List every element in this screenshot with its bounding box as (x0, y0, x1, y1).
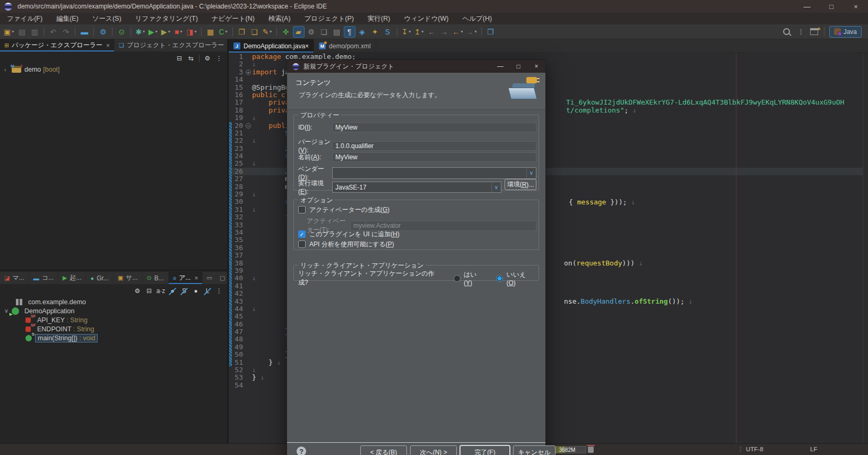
dropdown-arrow-icon[interactable]: ▾ (194, 29, 196, 34)
close-icon[interactable]: × (305, 42, 309, 50)
dropdown-arrow-icon[interactable]: ▾ (12, 29, 14, 34)
new-plugin-project-icon[interactable]: ▦ (205, 26, 216, 38)
exec-env-combo[interactable]: JavaSE-17 ∨ (332, 182, 501, 193)
dropdown-arrow-icon[interactable]: ▾ (143, 29, 145, 34)
debug-icon[interactable]: ✱▾ (134, 26, 146, 38)
bottom-view-tab-2[interactable]: ▶起... (58, 272, 86, 284)
dialog-maximize-button[interactable]: □ (509, 60, 527, 73)
collapse-all-icon[interactable]: ⊟ (144, 286, 154, 296)
dropdown-arrow-icon[interactable]: ▾ (155, 29, 158, 34)
open-type-icon[interactable]: ❐ (236, 26, 248, 38)
link-with-editor-icon[interactable]: ⇆ (186, 53, 196, 64)
generate-activator-checkbox[interactable] (298, 206, 306, 213)
external-tools-icon[interactable]: ⚙ (306, 26, 317, 38)
garbage-collect-icon[interactable] (588, 447, 594, 453)
back-button[interactable]: < 戻る(B) (360, 445, 407, 455)
outline-item-com-example-demo[interactable]: com.example.demo (0, 297, 227, 306)
minimize-view-icon[interactable]: ▭ (203, 274, 215, 281)
dropdown-arrow-icon[interactable]: ▾ (168, 29, 170, 34)
mark-occurrences-icon[interactable]: ✎▾ (262, 26, 273, 38)
show-whitespace-icon[interactable]: ¶ (344, 26, 355, 38)
menu-item-8[interactable]: ウィンドウ(W) (397, 13, 455, 24)
undo-icon[interactable]: ↶ (47, 26, 59, 38)
version-field[interactable]: 1.0.0.qualifier (332, 141, 536, 151)
bottom-view-tab-3[interactable]: ●Gr... (86, 272, 113, 284)
open-console-icon[interactable]: ▬ (79, 26, 90, 38)
vendor-combo[interactable]: ∨ (332, 167, 536, 179)
dropdown-arrow-icon[interactable]: ▾ (421, 29, 423, 34)
api-analysis-checkbox[interactable] (298, 241, 306, 248)
rcp-yes-radio[interactable] (454, 275, 461, 282)
help-button[interactable]: ? (297, 447, 306, 455)
close-icon[interactable]: × (106, 42, 110, 49)
highlight-icon[interactable]: ▰ (293, 26, 305, 38)
dropdown-arrow-icon[interactable]: ▾ (270, 29, 272, 34)
view-menu-icon[interactable]: ⋮ (214, 53, 224, 64)
next-annotation-icon[interactable]: ❏ (318, 26, 330, 38)
hide-local-types-icon[interactable]: L (202, 286, 213, 296)
java-perspective-button[interactable]: Java (829, 26, 862, 38)
window-close-button[interactable]: × (844, 0, 868, 13)
hide-non-public-icon[interactable]: ● (190, 286, 201, 296)
dialog-close-button[interactable]: × (527, 60, 545, 73)
dropdown-arrow-icon[interactable]: ▾ (461, 29, 463, 34)
new-s-class-icon[interactable]: S (382, 26, 394, 38)
ui-contribution-checkbox[interactable]: ✓ (298, 230, 306, 238)
fold-toggle-icon[interactable]: + (245, 68, 252, 76)
new-class-icon[interactable]: C▾ (218, 26, 229, 38)
forward-history-icon[interactable]: →▾ (465, 26, 478, 38)
editor-tab-0[interactable]: JDemoApplication.java × (229, 39, 314, 53)
overview-ruler[interactable] (863, 53, 868, 443)
chevron-down-icon[interactable]: ∨ (491, 182, 501, 192)
toolbar-overflow-icon[interactable]: ⋮ (796, 27, 806, 37)
menu-item-9[interactable]: ヘルプ(H) (455, 13, 499, 24)
view-menu-icon[interactable]: ⋮ (214, 286, 224, 296)
finish-button[interactable]: 完了(F) (460, 445, 510, 455)
menu-item-7[interactable]: 実行(R) (361, 13, 397, 24)
chevron-down-icon[interactable]: ∨ (526, 168, 536, 178)
dropdown-arrow-icon[interactable]: ▾ (475, 29, 477, 34)
run-icon[interactable]: ▶▾ (147, 26, 159, 38)
editor-tab-1[interactable]: Mdemo/pom.xml (314, 39, 376, 53)
window-minimize-button[interactable]: — (795, 0, 819, 13)
profile-icon[interactable]: ▶▾ (160, 26, 171, 38)
dialog-minimize-button[interactable]: — (491, 60, 509, 73)
save-icon[interactable]: ▤ (16, 26, 28, 38)
outline-item-main-string-[interactable]: main(String[]) : void (0, 333, 227, 342)
add-import-icon[interactable]: ↧▾ (401, 26, 412, 38)
bottom-view-tab-6[interactable]: ≡ア...× (169, 272, 203, 284)
dropdown-arrow-icon[interactable]: ▾ (225, 29, 228, 34)
package-explorer-tab-1[interactable]: ❏プロジェクト・エクスプローラー (115, 39, 229, 51)
sort-icon[interactable]: a·z (155, 286, 166, 296)
menu-item-5[interactable]: 検索(A) (262, 13, 298, 24)
new-wizard-icon[interactable]: ▣▾ (3, 26, 15, 38)
boot-dashboard-icon[interactable]: ⊙ (116, 26, 127, 38)
collapse-all-icon[interactable]: ⊟ (174, 53, 185, 64)
save-all-icon[interactable]: ▥ (29, 26, 40, 38)
focus-icon[interactable]: ⚙ (202, 53, 213, 64)
id-field[interactable]: MyView (332, 123, 536, 132)
statusbar-overflow-icon[interactable]: ⋮ (737, 445, 744, 453)
name-field[interactable]: MyView (332, 152, 536, 162)
previous-annotation-icon[interactable]: ▤ (331, 26, 343, 38)
window-maximize-button[interactable]: □ (819, 0, 844, 13)
menu-item-6[interactable]: プロジェクト(P) (298, 13, 361, 24)
relaunch-icon[interactable]: ◨▾ (185, 26, 197, 38)
environments-button[interactable]: 環境(R)... (505, 179, 536, 190)
rcp-no-radio[interactable] (496, 275, 503, 282)
hide-fields-icon[interactable]: ● (167, 286, 178, 296)
package-explorer-tab-0[interactable]: ⊞パッケージ・エクスプローラー× (0, 39, 115, 51)
bottom-view-tab-5[interactable]: ⊙B... (143, 272, 169, 284)
fold-toggle-icon[interactable]: − (245, 122, 252, 130)
tree-item-demo-project[interactable]: › MJ demo [boot] (0, 65, 227, 74)
menu-item-2[interactable]: ソース(S) (85, 13, 128, 24)
search-icon[interactable] (783, 28, 790, 35)
close-icon[interactable]: × (194, 274, 198, 282)
open-resource-icon[interactable]: ❏ (249, 26, 261, 38)
terminate-icon[interactable]: ■▾ (172, 26, 184, 38)
hide-static-icon[interactable]: S (179, 286, 189, 296)
menu-item-4[interactable]: ナビゲート(N) (205, 13, 262, 24)
menu-item-1[interactable]: 編集(E) (49, 13, 85, 24)
bottom-view-tab-0[interactable]: ◪マ... (0, 272, 29, 284)
last-edit-forward-icon[interactable]: → (439, 26, 450, 38)
